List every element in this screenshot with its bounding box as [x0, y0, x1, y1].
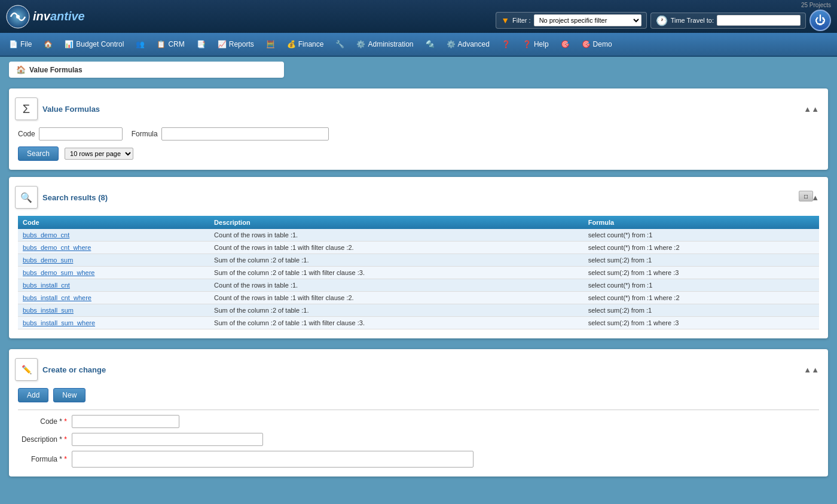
rows-per-page-wrap: 10 rows per page 25 rows per page 50 row… [65, 148, 133, 160]
nav-item-advanced[interactable]: ⚙️ Advanced [441, 38, 496, 51]
search-panel: Σ Value Formulas ▲▲ Code Formula Search … [9, 88, 828, 170]
table-row: bubs_demo_cntCount of the rows in table … [18, 229, 819, 242]
search-panel-header: Σ Value Formulas ▲▲ [18, 97, 819, 120]
header: invantive 25 Projects ▼ Filter : No proj… [0, 0, 837, 33]
formula-search-input[interactable] [161, 127, 329, 140]
results-table: Code Description Formula bubs_demo_cntCo… [18, 216, 819, 329]
nav-item-demo[interactable]: 🎯 Demo [576, 38, 618, 51]
finance-icon: 💰 [287, 40, 296, 48]
table-row: bubs_install_cntCount of the rows in tab… [18, 279, 819, 292]
row-formula: select sum(:2) from :1 where :3 [584, 317, 819, 329]
search-button[interactable]: Search [18, 146, 59, 161]
row-formula: select count(*) from :1 [584, 279, 819, 292]
row-formula: select count(*) from :1 where :2 [584, 242, 819, 254]
row-description: Sum of the column :2 of table :1. [209, 304, 584, 317]
results-table-wrapper: Code Description Formula bubs_demo_cntCo… [18, 216, 819, 329]
nav-item-reports-icon[interactable]: 📑 [191, 38, 212, 51]
row-code[interactable]: bubs_demo_cnt [18, 229, 209, 242]
row-description: Sum of the column :2 of table :1 with fi… [209, 267, 584, 279]
nav-item-finance-icon[interactable]: 🧮 [260, 38, 281, 51]
create-formula-row: Formula * [18, 451, 819, 468]
nav-item-help-icon[interactable]: ❓ [496, 38, 517, 51]
nav-item-administration[interactable]: ⚙️ Administration [350, 38, 419, 51]
adv-icon: ⚙️ [447, 40, 456, 48]
crm-icon: 📋 [157, 40, 166, 48]
projects-count-label: 25 Projects [801, 2, 831, 8]
create-code-input[interactable] [72, 415, 179, 428]
filter-icon: ▼ [501, 16, 509, 25]
row-description: Count of the rows in table :1. [209, 279, 584, 292]
create-panel-header: ✏️ Create or change ▲▲ [18, 358, 819, 381]
reports-icon: 📈 [218, 40, 227, 48]
time-travel-input[interactable] [717, 15, 801, 26]
create-code-label: Code * [18, 417, 72, 426]
create-icon: ✏️ [15, 358, 38, 381]
search-panel-title: Value Formulas [42, 105, 100, 114]
create-formula-input[interactable] [72, 451, 474, 468]
search-form: Code Formula [18, 127, 819, 140]
reports-list-icon: 📑 [197, 40, 206, 48]
time-travel-wrapper: 🕐 Time Travel to: [650, 13, 806, 29]
advanced-gear-icon: 🔩 [426, 40, 435, 48]
row-code[interactable]: bubs_demo_cnt_where [18, 242, 209, 254]
create-description-label: Description * [18, 435, 72, 444]
row-code[interactable]: bubs_install_cnt [18, 279, 209, 292]
help-icon: ❓ [523, 40, 531, 48]
filter-select[interactable]: No project specific filter [534, 14, 642, 26]
nav-item-budget[interactable]: 📊 Budget Control [59, 38, 130, 51]
filter-wrapper: ▼ Filter : No project specific filter [496, 12, 646, 29]
row-formula: select sum(:2) from :1 where :3 [584, 267, 819, 279]
form-divider [18, 410, 819, 410]
logo-area: invantive [6, 5, 85, 29]
row-formula: select sum(:2) from :1 [584, 254, 819, 267]
new-button[interactable]: New [53, 388, 85, 402]
nav-item-adv-icon[interactable]: 🔩 [420, 38, 441, 51]
nav-item-finance[interactable]: 💰 Finance [281, 38, 330, 51]
row-description: Sum of the column :2 of table :1. [209, 254, 584, 267]
create-panel-title: Create or change [42, 365, 106, 374]
row-code[interactable]: bubs_demo_sum_where [18, 267, 209, 279]
table-row: bubs_install_sumSum of the column :2 of … [18, 304, 819, 317]
create-description-input[interactable] [72, 433, 263, 446]
nav-item-crm[interactable]: 📋 CRM [151, 38, 190, 51]
create-panel-box: ✏️ Create or change ▲▲ Add New Code * De… [9, 349, 828, 476]
nav-item-help[interactable]: ❓ Help [517, 38, 555, 51]
col-code: Code [18, 216, 209, 229]
table-row: bubs_install_sum_whereSum of the column … [18, 317, 819, 329]
code-input[interactable] [39, 127, 123, 140]
table-row: bubs_demo_cnt_whereCount of the rows in … [18, 242, 819, 254]
create-description-row: Description * [18, 433, 819, 446]
logo-icon [6, 5, 30, 29]
rows-per-page-select[interactable]: 10 rows per page 25 rows per page 50 row… [65, 148, 133, 160]
row-description: Sum of the column :2 of table :1 with fi… [209, 317, 584, 329]
time-travel-label: Time Travel to: [671, 17, 714, 24]
admin-icon: ⚙️ [356, 40, 365, 48]
file-icon: 📄 [9, 40, 18, 48]
breadcrumb: 🏠 Value Formulas [9, 62, 284, 78]
create-panel: ✏️ Create or change ▲▲ Add New Code * De… [9, 349, 828, 476]
demo-icon: 🎯 [582, 40, 591, 48]
power-button[interactable]: ⏻ [809, 10, 831, 31]
finance-calc-icon: 🧮 [266, 40, 275, 48]
row-code[interactable]: bubs_install_sum_where [18, 317, 209, 329]
row-code[interactable]: bubs_install_cnt_where [18, 292, 209, 304]
nav-item-file[interactable]: 📄 File [3, 38, 38, 51]
row-code[interactable]: bubs_install_sum [18, 304, 209, 317]
search-collapse-btn[interactable]: ▲▲ [804, 105, 819, 114]
breadcrumb-text: Value Formulas [29, 66, 83, 74]
expand-button[interactable]: □ [799, 191, 813, 201]
nav-item-reports[interactable]: 📈 Reports [212, 38, 260, 51]
formula-form-group: Formula [132, 127, 329, 140]
nav-item-crm-icon[interactable]: 👥 [130, 38, 151, 51]
nav-item-tools-icon[interactable]: 🔧 [329, 38, 350, 51]
nav-item-demo-icon[interactable]: 🎯 [555, 38, 576, 51]
crm-users-icon: 👥 [136, 40, 145, 48]
row-formula: select count(*) from :1 [584, 229, 819, 242]
create-collapse-btn[interactable]: ▲▲ [804, 365, 819, 374]
nav-item-home[interactable]: 🏠 [38, 38, 59, 51]
search-results-icon: 🔍 [15, 186, 38, 209]
tools-icon: 🔧 [335, 40, 344, 48]
row-code[interactable]: bubs_demo_sum [18, 254, 209, 267]
row-description: Count of the rows in table :1 with filte… [209, 242, 584, 254]
add-button[interactable]: Add [18, 388, 48, 402]
